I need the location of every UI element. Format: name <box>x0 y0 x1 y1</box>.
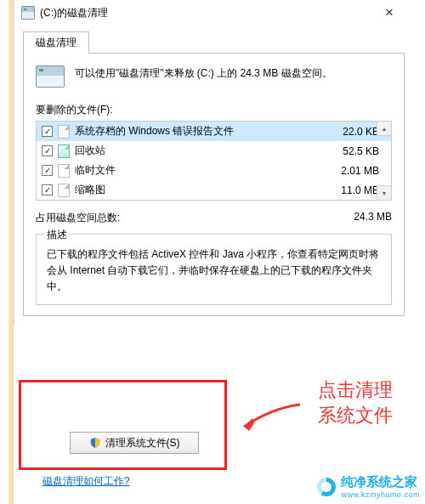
watermark-logo-icon <box>317 478 336 496</box>
file-name: 回收站 <box>75 144 318 158</box>
drive-icon <box>21 6 35 20</box>
scroll-down-button[interactable]: ▾ <box>377 185 391 200</box>
files-to-delete-label: 要删除的文件(F): <box>36 103 392 117</box>
drive-large-icon <box>36 65 65 88</box>
file-size: 52.5 KB <box>318 145 386 157</box>
how-does-disk-cleanup-work-link[interactable]: 磁盘清理如何工作? <box>42 474 130 489</box>
annotation-highlight-box <box>19 380 227 470</box>
window-title: (C:)的磁盘清理 <box>40 6 108 20</box>
tabstrip: 磁盘清理 <box>14 25 413 53</box>
close-button[interactable]: × <box>372 1 406 25</box>
files-listbox[interactable]: ▴ ▾ 系统存档的 Windows 错误报告文件22.0 KB回收站52.5 K… <box>36 121 392 201</box>
description-text: 已下载的程序文件包括 ActiveX 控件和 Java 小程序，你查看特定网页时… <box>47 246 381 296</box>
watermark-title: 纯净系统之家 <box>341 474 417 489</box>
summary-text: 可以使用"磁盘清理"来释放 (C:) 上的 24.3 MB 磁盘空间。 <box>75 65 332 81</box>
total-label: 占用磁盘空间总数: <box>36 211 120 225</box>
titlebar: (C:)的磁盘清理 × <box>14 0 413 25</box>
file-size: 11.0 MB <box>318 184 386 196</box>
file-size: 22.0 KB <box>318 126 386 138</box>
checkbox[interactable] <box>42 145 53 156</box>
disk-cleanup-dialog: (C:)的磁盘清理 × 磁盘清理 可以使用"磁盘清理"来释放 (C:) 上的 2… <box>14 0 413 325</box>
list-item[interactable]: 缩略图11.0 MB <box>37 180 391 200</box>
checkbox[interactable] <box>42 126 53 137</box>
description-legend: 描述 <box>43 228 71 242</box>
tab-disk-cleanup[interactable]: 磁盘清理 <box>23 31 89 54</box>
total-value: 24.3 MB <box>354 211 392 225</box>
checkbox[interactable] <box>42 165 53 176</box>
file-icon <box>58 164 70 178</box>
total-row: 占用磁盘空间总数: 24.3 MB <box>36 211 392 225</box>
watermark-url: www.kzmyhome.com <box>341 490 420 499</box>
file-icon <box>58 184 70 197</box>
file-size: 2.01 MB <box>318 165 386 177</box>
clean-system-files-label: 清理系统文件(S) <box>105 436 180 450</box>
checkbox[interactable] <box>42 184 53 195</box>
scroll-up-button[interactable]: ▴ <box>377 122 391 136</box>
recycle-bin-icon <box>58 144 70 158</box>
file-name: 系统存档的 Windows 错误报告文件 <box>75 124 318 139</box>
annotation-arrow-icon <box>234 401 302 435</box>
list-item[interactable]: 回收站52.5 KB <box>37 141 391 161</box>
annotation-text: 点击清理 系统文件 <box>318 377 393 428</box>
watermark: 纯净系统之家 www.kzmyhome.com <box>317 474 420 499</box>
list-item[interactable]: 临时文件2.01 MB <box>37 161 391 180</box>
tab-panel: 可以使用"磁盘清理"来释放 (C:) 上的 24.3 MB 磁盘空间。 要删除的… <box>23 53 405 316</box>
file-name: 临时文件 <box>75 163 318 178</box>
file-icon <box>58 125 70 139</box>
description-groupbox: 描述 已下载的程序文件包括 ActiveX 控件和 Java 小程序，你查看特定… <box>36 234 392 305</box>
file-name: 缩略图 <box>75 183 318 197</box>
list-item[interactable]: 系统存档的 Windows 错误报告文件22.0 KB <box>37 122 391 141</box>
summary-row: 可以使用"磁盘清理"来释放 (C:) 上的 24.3 MB 磁盘空间。 <box>36 65 392 88</box>
clean-system-files-button[interactable]: 清理系统文件(S) <box>70 432 199 454</box>
shield-icon <box>89 437 101 449</box>
